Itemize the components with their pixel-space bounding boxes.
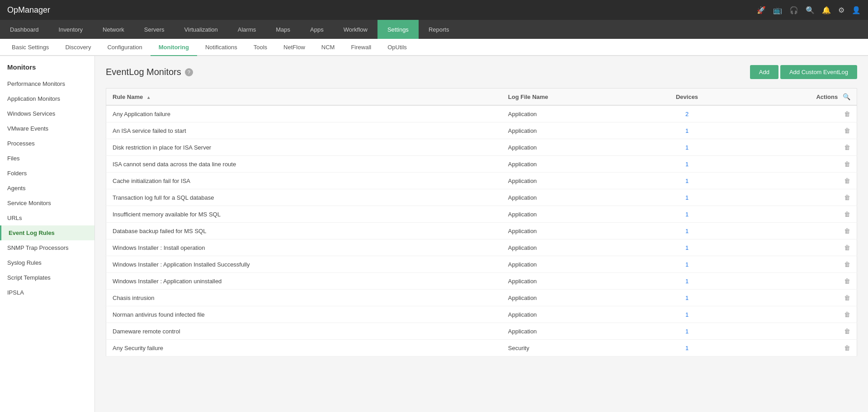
main-nav-item-apps[interactable]: Apps [300,20,334,39]
devices-link[interactable]: 1 [685,345,689,351]
delete-button[interactable]: 🗑 [844,211,850,218]
devices-link[interactable]: 1 [685,244,689,251]
devices-link[interactable]: 1 [685,328,689,335]
sub-nav-item-configuration[interactable]: Configuration [99,39,150,56]
help-icon[interactable]: ? [185,68,193,76]
user-icon[interactable]: 👤 [852,6,861,14]
col-devices: Devices [641,89,733,106]
col-rule-name[interactable]: Rule Name ▲ [106,89,502,106]
devices-link[interactable]: 1 [685,178,689,184]
page-title: EventLog Monitors ? [106,67,193,77]
sub-nav-item-firewall[interactable]: Firewall [343,39,379,56]
sidebar-item-processes[interactable]: Processes [0,136,94,151]
devices-cell: 2 [641,105,733,122]
main-nav-item-virtualization[interactable]: Virtualization [175,20,228,39]
main-nav-item-reports[interactable]: Reports [419,20,459,39]
sub-nav-item-tools[interactable]: Tools [245,39,275,56]
main-nav-item-maps[interactable]: Maps [266,20,300,39]
actions-cell: 🗑 [733,223,857,239]
delete-button[interactable]: 🗑 [844,194,850,201]
sidebar-item-agents[interactable]: Agents [0,181,94,196]
bell-icon[interactable]: 🔔 [822,6,831,14]
devices-link[interactable]: 1 [685,127,689,134]
add-button[interactable]: Add [750,65,778,79]
actions-cell: 🗑 [733,290,857,306]
screen-icon[interactable]: 📺 [773,6,782,14]
headset-icon[interactable]: 🎧 [789,6,798,14]
sidebar-item-vmware-events[interactable]: VMware Events [0,121,94,136]
devices-link[interactable]: 1 [685,278,689,285]
sidebar-item-event-log-rules[interactable]: Event Log Rules [0,225,94,240]
main-nav-item-inventory[interactable]: Inventory [49,20,93,39]
log-file-cell: Application [502,156,641,173]
delete-button[interactable]: 🗑 [844,344,850,351]
sidebar-item-windows-services[interactable]: Windows Services [0,106,94,121]
log-file-cell: Security [502,340,641,356]
main-nav-item-dashboard[interactable]: Dashboard [0,20,49,39]
sidebar-item-script-templates[interactable]: Script Templates [0,270,94,285]
devices-link[interactable]: 1 [685,295,689,301]
log-file-cell: Application [502,173,641,189]
delete-button[interactable]: 🗑 [844,244,850,251]
table-search-icon[interactable]: 🔍 [843,93,850,100]
main-nav-item-servers[interactable]: Servers [134,20,175,39]
delete-button[interactable]: 🗑 [844,177,850,184]
actions-cell: 🗑 [733,139,857,156]
devices-link[interactable]: 1 [685,311,689,318]
main-nav-item-alarms[interactable]: Alarms [228,20,266,39]
main-nav-item-workflow[interactable]: Workflow [334,20,377,39]
devices-link[interactable]: 1 [685,228,689,234]
add-custom-eventlog-button[interactable]: Add Custom EventLog [780,65,857,79]
rocket-icon[interactable]: 🚀 [757,6,766,14]
content-wrapper: Monitors Performance MonitorsApplication… [0,56,868,412]
delete-button[interactable]: 🗑 [844,277,850,285]
sidebar-item-ipsla[interactable]: IPSLA [0,285,94,300]
sub-nav-item-ncm[interactable]: NCM [313,39,343,56]
devices-link[interactable]: 1 [685,211,689,218]
devices-link[interactable]: 1 [685,161,689,168]
delete-button[interactable]: 🗑 [844,160,850,168]
sub-nav-item-basic-settings[interactable]: Basic Settings [4,39,57,56]
sidebar-item-syslog-rules[interactable]: Syslog Rules [0,255,94,270]
sidebar-item-service-monitors[interactable]: Service Monitors [0,196,94,211]
sub-nav-item-netflow[interactable]: NetFlow [275,39,313,56]
sub-nav-item-notifications[interactable]: Notifications [197,39,245,56]
actions-cell: 🗑 [733,122,857,139]
main-nav-item-settings[interactable]: Settings [377,20,419,39]
delete-button[interactable]: 🗑 [844,227,850,234]
main-nav-item-network[interactable]: Network [93,20,134,39]
gear-icon[interactable]: ⚙ [838,6,844,14]
sub-nav-item-monitoring[interactable]: Monitoring [151,39,197,56]
rule-name-cell: Dameware remote control [106,323,502,340]
sidebar-item-application-monitors[interactable]: Application Monitors [0,91,94,106]
header-icons: 🚀 📺 🎧 🔍 🔔 ⚙ 👤 [757,6,861,14]
devices-cell: 1 [641,323,733,340]
main-nav: DashboardInventoryNetworkServersVirtuali… [0,20,868,39]
delete-button[interactable]: 🗑 [844,127,850,134]
log-file-cell: Application [502,223,641,239]
sidebar-item-files[interactable]: Files [0,151,94,166]
sidebar-item-folders[interactable]: Folders [0,166,94,181]
search-header-icon[interactable]: 🔍 [806,6,815,14]
table-body: Any Application failureApplication2🗑An I… [106,105,857,356]
delete-button[interactable]: 🗑 [844,311,850,318]
devices-link[interactable]: 1 [685,261,689,268]
devices-link[interactable]: 1 [685,194,689,201]
sub-nav-item-discovery[interactable]: Discovery [57,39,99,56]
actions-cell: 🗑 [733,323,857,340]
sub-nav-item-oputils[interactable]: OpUtils [379,39,415,56]
table-row: ISA cannot send data across the data lin… [106,156,857,173]
delete-button[interactable]: 🗑 [844,110,850,117]
delete-button[interactable]: 🗑 [844,294,850,301]
sort-icon: ▲ [146,95,151,100]
delete-button[interactable]: 🗑 [844,261,850,268]
sidebar-item-performance-monitors[interactable]: Performance Monitors [0,76,94,91]
delete-button[interactable]: 🗑 [844,144,850,151]
sidebar-item-urls[interactable]: URLs [0,211,94,225]
devices-link[interactable]: 2 [685,111,689,117]
devices-link[interactable]: 1 [685,144,689,151]
devices-cell: 1 [641,340,733,356]
sidebar-item-snmp-trap-processors[interactable]: SNMP Trap Processors [0,240,94,255]
rule-name-cell: Windows Installer : Application Installe… [106,256,502,273]
delete-button[interactable]: 🗑 [844,328,850,335]
